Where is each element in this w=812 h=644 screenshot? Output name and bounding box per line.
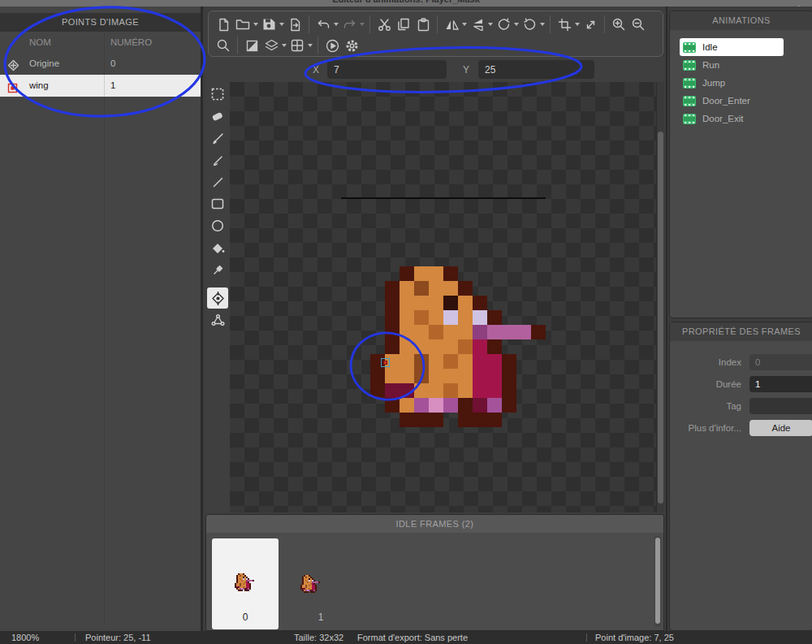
scrollbar-thumb[interactable] [658, 132, 663, 504]
background-button[interactable] [242, 37, 261, 54]
animations-panel: ANIMATIONS Idle Run Jump Door_Enter [669, 11, 812, 318]
origin-point-icon [7, 58, 19, 70]
rotate-ccw-button[interactable] [494, 15, 513, 33]
resize-button[interactable] [581, 15, 600, 33]
status-separator [75, 633, 76, 642]
x-label: X [313, 64, 319, 76]
animation-label: Jump [702, 78, 725, 88]
brush-tool[interactable] [207, 149, 228, 171]
layers-button[interactable] [261, 37, 281, 54]
animation-item-run[interactable]: Run [683, 56, 812, 74]
layers-dropdown[interactable] [281, 37, 287, 54]
status-bar: 1800% Pointeur: 25, -11 Taille: 32x32 Fo… [0, 631, 812, 644]
image-point-icon [7, 80, 19, 92]
toolbar-separator [604, 15, 605, 33]
more-info-label: Plus d'infor... [670, 423, 741, 433]
drawing-tool-strip [205, 82, 230, 512]
select-tool[interactable] [207, 84, 228, 105]
crop-button[interactable] [555, 15, 574, 33]
crop-dropdown[interactable] [574, 15, 581, 33]
y-label: Y [463, 64, 469, 76]
rectangle-tool[interactable] [207, 193, 228, 214]
export-format: Format d'export: Sans perte [357, 633, 468, 642]
scrollbar-thumb[interactable] [655, 538, 660, 624]
table-row-origin[interactable]: Origine 0 [0, 53, 201, 75]
animations-list: Idle Run Jump Door_Enter Door_Exit [670, 30, 812, 128]
animation-label: Idle [702, 42, 718, 52]
y-input[interactable] [478, 60, 594, 79]
redo-button[interactable] [339, 15, 359, 33]
frame-thumbnail-1[interactable]: 1 [287, 538, 354, 629]
toolbar-separator [237, 37, 238, 54]
image-point-tool[interactable] [207, 287, 228, 309]
flip-horizontal-dropdown[interactable] [461, 15, 468, 33]
export-button[interactable] [285, 15, 304, 33]
flip-vertical-button[interactable] [468, 15, 487, 33]
row-divider [104, 75, 105, 97]
film-strip-icon [683, 78, 696, 89]
open-file-button[interactable] [233, 15, 253, 33]
pencil-tool[interactable] [207, 128, 228, 149]
animation-item-idle[interactable]: Idle [680, 38, 784, 56]
play-button[interactable] [322, 37, 342, 54]
frame-thumbnail-0[interactable]: 0 [212, 538, 279, 629]
film-strip-icon [683, 96, 696, 106]
new-file-button[interactable] [214, 15, 233, 33]
frames-scrollbar[interactable] [654, 536, 661, 627]
open-file-dropdown[interactable] [253, 15, 259, 33]
undo-dropdown[interactable] [333, 15, 339, 33]
eyedropper-tool[interactable] [207, 259, 228, 280]
copy-button[interactable] [394, 15, 413, 33]
point-name: Origine [29, 53, 59, 75]
animation-item-door-enter[interactable]: Door_Enter [683, 92, 812, 110]
rotate-cw-button[interactable] [520, 15, 539, 33]
tag-field[interactable] [749, 398, 812, 414]
grid-button[interactable] [287, 37, 307, 54]
window-title: Éditeur d'animations: Player_Mask [0, 0, 812, 4]
main-toolbar [208, 11, 663, 57]
index-field [749, 354, 812, 370]
animation-item-door-exit[interactable]: Door_Exit [683, 110, 812, 128]
eraser-tool[interactable] [207, 106, 228, 127]
frames-panel: IDLE FRAMES (2) 0 1 [205, 514, 664, 631]
wing-image-point-marker[interactable] [381, 358, 390, 367]
frame-properties-form: Index Durée Tag Plus d'infor... Aide [670, 341, 812, 436]
help-button[interactable]: Aide [749, 420, 812, 436]
table-row-wing[interactable]: wing 1 [0, 75, 201, 97]
settings-gear-icon[interactable] [342, 37, 361, 54]
undo-button[interactable] [313, 15, 333, 33]
magnifier-icon[interactable] [214, 37, 233, 54]
frame-properties-title: PROPRIÉTÉ DES FRAMES [670, 322, 812, 341]
fill-tool[interactable] [207, 237, 228, 258]
film-strip-icon [683, 60, 696, 71]
column-name: NOM [29, 32, 51, 53]
flip-horizontal-button[interactable] [442, 15, 461, 33]
title-bar: Éditeur d'animations: Player_Mask [0, 0, 812, 6]
line-tool[interactable] [207, 171, 228, 192]
rotate-ccw-dropdown[interactable] [513, 15, 520, 33]
point-name: wing [29, 75, 49, 97]
paste-button[interactable] [413, 15, 433, 33]
grid-dropdown[interactable] [307, 37, 313, 54]
animation-label: Run [702, 60, 719, 70]
x-input[interactable] [327, 60, 447, 79]
rotate-cw-dropdown[interactable] [539, 15, 546, 33]
save-button[interactable] [259, 15, 279, 33]
animation-item-jump[interactable]: Jump [683, 74, 812, 92]
redo-dropdown[interactable] [359, 15, 365, 33]
animation-editor-window: Éditeur d'animations: Player_Mask POINTS… [0, 0, 812, 644]
zoom-in-button[interactable] [609, 15, 628, 33]
zoom-level: 1800% [11, 633, 39, 642]
ellipse-tool[interactable] [207, 215, 228, 236]
chevron-up-icon[interactable] [794, 0, 804, 6]
save-dropdown[interactable] [279, 15, 285, 33]
duration-field[interactable] [749, 376, 812, 392]
sprite-canvas[interactable] [230, 82, 656, 512]
flip-vertical-dropdown[interactable] [487, 15, 494, 33]
sprite-size: Taille: 32x32 [294, 633, 343, 642]
image-points-panel-title: POINTS D'IMAGE [0, 13, 201, 32]
cut-button[interactable] [374, 15, 394, 33]
skeleton-tool[interactable] [207, 309, 228, 331]
canvas-vertical-scrollbar[interactable] [656, 82, 664, 512]
zoom-out-button[interactable] [628, 15, 648, 33]
